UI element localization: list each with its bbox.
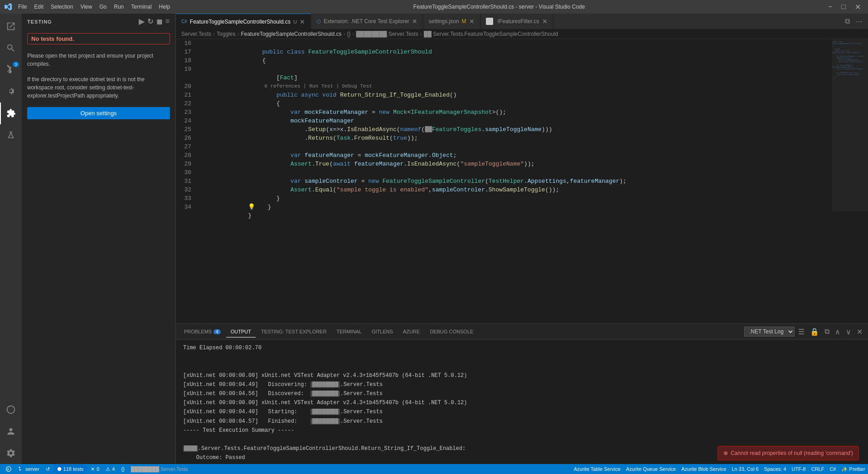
no-tests-title: No tests found. bbox=[31, 35, 166, 42]
ln-22: 22 bbox=[179, 99, 191, 108]
error-icon: ✕ bbox=[91, 466, 95, 472]
collapse-icon[interactable]: ≡ bbox=[165, 17, 170, 26]
activity-remote[interactable] bbox=[0, 399, 22, 420]
output-line-3: [xUnit.net 00:00:00.00] xUnit.net VSTest… bbox=[183, 371, 861, 380]
bottom-panel: PROBLEMS4 OUTPUT TESTING: TEST EXPLORER … bbox=[176, 323, 868, 464]
tab-extension[interactable]: ⬡ Extension: .NET Core Test Explorer ✕ bbox=[311, 14, 423, 29]
status-azurite-blob[interactable]: Azurite Blob Service bbox=[679, 464, 729, 474]
sidebar-header-icons: ▶ ↻ ◼ ≡ bbox=[139, 17, 170, 26]
refresh-tests-icon[interactable]: ↻ bbox=[147, 17, 154, 26]
status-language[interactable]: C# bbox=[827, 464, 839, 474]
ln-21: 21 bbox=[179, 91, 191, 99]
split-editor-icon[interactable]: ⧉ bbox=[843, 16, 852, 26]
status-cursor-pos[interactable]: Ln 33, Col 6 bbox=[729, 464, 761, 474]
menu-terminal[interactable]: Terminal bbox=[128, 3, 154, 11]
menu-selection[interactable]: Selection bbox=[48, 3, 76, 11]
panel-tab-debug[interactable]: DEBUG CONSOLE bbox=[425, 326, 478, 337]
panel-maximize-icon[interactable]: ∧ bbox=[833, 327, 842, 337]
activity-accounts[interactable] bbox=[0, 420, 22, 442]
panel-tab-azure[interactable]: AZURE bbox=[398, 326, 424, 337]
minimap: public class FeatureToggleSampleControll… bbox=[832, 39, 868, 211]
activity-search[interactable] bbox=[0, 37, 22, 59]
maximize-button[interactable]: □ bbox=[839, 2, 849, 12]
menu-run[interactable]: Run bbox=[111, 3, 126, 11]
status-sync[interactable]: ↺ bbox=[43, 464, 53, 474]
more-actions-icon[interactable]: ⋯ bbox=[853, 16, 864, 27]
activity-run-debug[interactable] bbox=[0, 81, 22, 103]
menu-view[interactable]: View bbox=[78, 3, 95, 11]
output-line-8: [xUnit.net 00:00:04.57] Finished: ██████… bbox=[183, 417, 861, 426]
ln-27: 27 bbox=[179, 142, 191, 151]
ln-19: 19 bbox=[179, 65, 191, 73]
menu-go[interactable]: Go bbox=[97, 3, 109, 11]
ln-20: 20 bbox=[179, 82, 191, 91]
status-eol[interactable]: CRLF bbox=[809, 464, 827, 474]
output-content[interactable]: Time Elapsed 00:00:02.70 [xUnit.net 00:0… bbox=[176, 340, 868, 464]
open-settings-button[interactable]: Open settings bbox=[27, 107, 170, 119]
code-line-27: var featureManager = mockFeatureManager.… bbox=[199, 142, 823, 151]
panel-list-icon[interactable]: ☰ bbox=[796, 327, 806, 337]
code-content: 16 17 18 19 20 21 22 23 24 25 26 27 28 bbox=[176, 39, 868, 211]
ln-29: 29 bbox=[179, 160, 191, 168]
breadcrumb-part-1: Toggles bbox=[217, 31, 235, 37]
menu-file[interactable]: File bbox=[15, 3, 29, 11]
run-tests-icon[interactable]: ▶ bbox=[139, 17, 145, 26]
activity-explorer[interactable] bbox=[0, 15, 22, 37]
status-branch-label: ████████.Server.Tests bbox=[128, 464, 191, 474]
activity-bar: 3 bbox=[0, 14, 22, 464]
panel-tab-gitlens[interactable]: GITLENS bbox=[367, 326, 398, 337]
panel-tab-terminal[interactable]: TERMINAL bbox=[332, 326, 366, 337]
breadcrumb-sep-0: › bbox=[213, 31, 215, 37]
sidebar-description1: Please open the test project and ensure … bbox=[27, 52, 170, 68]
panel-tab-problems[interactable]: PROBLEMS4 bbox=[179, 326, 225, 337]
tab-close-1[interactable]: ✕ bbox=[412, 18, 417, 25]
output-source-select[interactable]: .NET Test Log Output bbox=[744, 327, 795, 337]
ln-32: 32 bbox=[179, 186, 191, 194]
breadcrumb-sep-2: › bbox=[344, 31, 345, 37]
menu-edit[interactable]: Edit bbox=[31, 3, 46, 11]
panel-tab-output[interactable]: OUTPUT bbox=[226, 326, 256, 337]
tab-feature-toggle[interactable]: C# FeatureToggleSampleControllerShould.c… bbox=[176, 14, 311, 29]
ln-24: 24 bbox=[179, 117, 191, 125]
status-spaces[interactable]: Spaces: 4 bbox=[761, 464, 789, 474]
minimize-button[interactable]: − bbox=[825, 2, 835, 12]
code-editor[interactable]: 16 17 18 19 20 21 22 23 24 25 26 27 28 bbox=[176, 39, 868, 323]
breadcrumb-part-4: ████████.Server.Tests bbox=[356, 31, 418, 37]
line-numbers: 16 17 18 19 20 21 22 23 24 25 26 27 28 bbox=[176, 39, 199, 211]
panel-tab-testing[interactable]: TESTING: TEST EXPLORER bbox=[257, 326, 331, 337]
activity-source-control[interactable]: 3 bbox=[0, 59, 22, 81]
status-encoding[interactable]: UTF-8 bbox=[789, 464, 809, 474]
panel-copy-icon[interactable]: ⧉ bbox=[823, 327, 831, 337]
status-tests[interactable]: 118 tests bbox=[53, 464, 87, 474]
status-azurite-table[interactable]: Azurite Table Service bbox=[571, 464, 623, 474]
status-warnings[interactable]: ⚠ 4 bbox=[103, 464, 117, 474]
status-source-control[interactable]: server bbox=[15, 464, 42, 474]
status-prettier[interactable]: ✨ Prettier bbox=[839, 464, 868, 474]
panel-close-icon[interactable]: ✕ bbox=[855, 327, 864, 337]
status-errors[interactable]: ✕ 0 bbox=[88, 464, 102, 474]
status-azurite-queue[interactable]: Azurite Queue Service bbox=[623, 464, 679, 474]
tab-close-2[interactable]: ✕ bbox=[469, 18, 475, 25]
window-title: FeatureToggleSampleControllerShould.cs -… bbox=[413, 4, 585, 10]
code-line-19: [Fact] bbox=[199, 65, 823, 73]
tab-settings[interactable]: settings.json M ✕ bbox=[423, 14, 480, 29]
panel-minimize-icon[interactable]: ∨ bbox=[844, 327, 853, 337]
status-brackets[interactable]: {} bbox=[118, 464, 127, 474]
activity-extensions[interactable] bbox=[0, 103, 22, 124]
code-line-34: } bbox=[199, 203, 823, 211]
close-button[interactable]: ✕ bbox=[852, 2, 863, 12]
status-remote[interactable] bbox=[3, 464, 15, 474]
warning-icon: ⚠ bbox=[106, 466, 110, 472]
vscode-logo-icon bbox=[5, 3, 12, 10]
ln-16: 16 bbox=[179, 39, 191, 48]
tab-close-3[interactable]: ✕ bbox=[542, 18, 548, 25]
tab-close-0[interactable]: ✕ bbox=[300, 18, 305, 25]
menu-help[interactable]: Help bbox=[156, 3, 173, 11]
activity-testing[interactable] bbox=[0, 124, 22, 146]
sidebar-title: TESTING bbox=[27, 19, 52, 24]
stop-tests-icon[interactable]: ◼ bbox=[156, 17, 163, 26]
activity-settings[interactable] bbox=[0, 442, 22, 464]
tab-features-filter[interactable]: IFeaturesFilter.cs ✕ bbox=[480, 14, 553, 29]
breadcrumb-sep-1: › bbox=[237, 31, 239, 37]
panel-lock-icon[interactable]: 🔒 bbox=[808, 327, 821, 337]
